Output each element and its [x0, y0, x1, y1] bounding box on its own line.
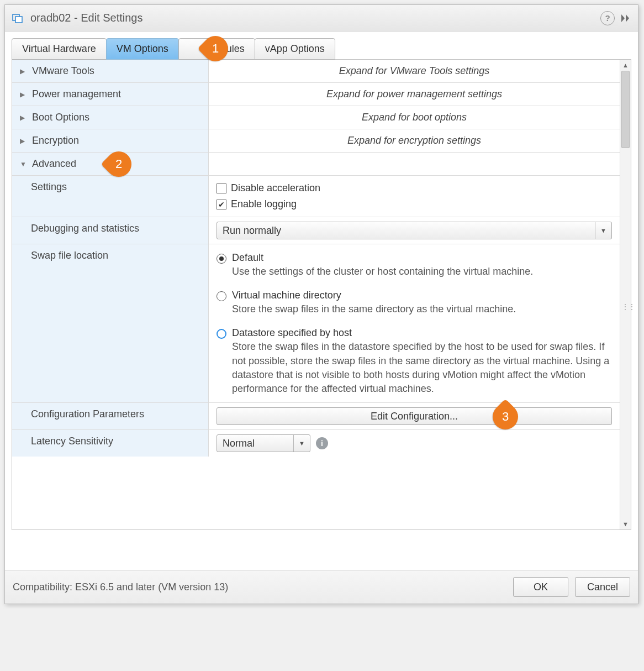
tab-vapp-options[interactable]: vApp Options	[255, 38, 335, 60]
checkbox-label: Disable acceleration	[231, 182, 320, 194]
vm-icon	[12, 12, 24, 24]
title-bar: oradb02 - Edit Settings ?	[5, 5, 638, 32]
enable-logging-checkbox[interactable]: ✔ Enable logging	[217, 196, 612, 212]
select-value: Run normally	[217, 222, 595, 239]
edit-configuration-button[interactable]: Edit Configuration...	[217, 407, 612, 425]
section-advanced[interactable]: ▼Advanced 2	[12, 153, 620, 176]
section-boot-options[interactable]: ▶Boot Options Expand for boot options	[12, 106, 620, 129]
radio-title: Default	[232, 252, 533, 264]
edit-settings-dialog: oradb02 - Edit Settings ? Virtual Hardwa…	[4, 4, 638, 604]
scroll-up-icon: ▲	[620, 61, 631, 69]
chevron-right-icon: ▶	[20, 91, 28, 98]
section-label: Boot Options	[32, 112, 89, 123]
expand-icon[interactable]	[620, 13, 631, 23]
help-button[interactable]: ?	[600, 11, 615, 25]
swap-radio-vmdir[interactable]: Virtual machine directory Store the swap…	[217, 286, 612, 324]
swap-radio-default[interactable]: Default Use the settings of the cluster …	[217, 249, 612, 286]
section-power-management[interactable]: ▶Power management Expand for power manag…	[12, 83, 620, 106]
settings-label: Settings	[12, 176, 209, 217]
latency-select[interactable]: Normal ▼	[217, 434, 310, 452]
swap-radio-host[interactable]: Datastore specified by host Store the sw…	[217, 324, 612, 398]
section-vmware-tools[interactable]: ▶VMware Tools Expand for VMware Tools se…	[12, 60, 620, 83]
select-value: Normal	[217, 435, 293, 452]
scroll-grip-icon: ⋮⋮	[622, 303, 629, 311]
dialog-body: Virtual Hardware VM Options S Rules vApp…	[5, 32, 638, 537]
compatibility-text: Compatibility: ESXi 6.5 and later (VM ve…	[13, 581, 506, 593]
section-label: VMware Tools	[32, 65, 94, 77]
dialog-title: oradb02 - Edit Settings	[30, 12, 600, 24]
section-label: Encryption	[32, 135, 79, 146]
radio-title: Virtual machine directory	[232, 290, 516, 301]
section-label: Advanced	[32, 158, 76, 170]
scroll-down-icon: ▼	[620, 520, 631, 528]
section-encryption[interactable]: ▶Encryption Expand for encryption settin…	[12, 129, 620, 153]
section-hint: Expand for encryption settings	[209, 129, 620, 152]
vertical-scrollbar[interactable]: ▲ ⋮⋮ ▼	[620, 60, 631, 530]
radio-selected-icon	[217, 254, 226, 264]
tab-virtual-hardware[interactable]: Virtual Hardware	[12, 38, 107, 60]
radio-unselected-icon	[217, 291, 226, 301]
swap-file-row: Swap file location Default Use the setti…	[12, 244, 620, 403]
debugging-select[interactable]: Run normally ▼	[217, 222, 612, 239]
latency-label: Latency Sensitivity	[12, 430, 209, 457]
chevron-right-icon: ▶	[20, 67, 28, 75]
section-hint: Expand for power management settings	[209, 83, 620, 106]
chevron-right-icon: ▶	[20, 137, 28, 145]
options-panel: ▶VMware Tools Expand for VMware Tools se…	[12, 59, 631, 530]
advanced-settings-row: Settings Disable acceleration ✔ Enable l…	[12, 176, 620, 217]
tabs-row: Virtual Hardware VM Options S Rules vApp…	[12, 38, 631, 60]
section-hint: Expand for boot options	[209, 106, 620, 129]
cancel-button[interactable]: Cancel	[575, 577, 630, 597]
chevron-down-icon: ▼	[293, 435, 310, 452]
chevron-down-icon: ▼	[20, 160, 28, 168]
section-label: Power management	[32, 88, 121, 100]
tab-vm-options[interactable]: VM Options	[106, 38, 179, 60]
disable-acceleration-checkbox[interactable]: Disable acceleration	[217, 180, 612, 196]
debugging-row: Debugging and statistics Run normally ▼	[12, 217, 620, 244]
radio-description: Store the swap files in the datastore sp…	[232, 340, 612, 396]
checkbox-unchecked-icon	[217, 184, 226, 193]
scroll-thumb[interactable]	[621, 71, 630, 148]
svg-rect-1	[15, 17, 22, 23]
checkbox-label: Enable logging	[231, 198, 297, 210]
ok-button[interactable]: OK	[513, 577, 568, 597]
config-params-label: Configuration Parameters	[12, 403, 209, 429]
checkbox-checked-icon: ✔	[217, 200, 226, 209]
chevron-right-icon: ▶	[20, 114, 28, 122]
radio-title: Datastore specified by host	[232, 327, 612, 339]
dialog-footer: Compatibility: ESXi 6.5 and later (VM ve…	[5, 570, 638, 604]
swap-label: Swap file location	[12, 244, 209, 402]
config-params-row: Configuration Parameters Edit Configurat…	[12, 403, 620, 430]
debugging-label: Debugging and statistics	[12, 217, 209, 244]
info-icon[interactable]: i	[316, 437, 328, 449]
chevron-down-icon: ▼	[595, 222, 611, 239]
section-hint: Expand for VMware Tools settings	[209, 60, 620, 82]
scroll-region: ▶VMware Tools Expand for VMware Tools se…	[12, 60, 620, 530]
latency-row: Latency Sensitivity Normal ▼ i	[12, 430, 620, 457]
radio-unselected-icon	[217, 329, 226, 339]
radio-description: Use the settings of the cluster or host …	[232, 265, 533, 279]
radio-description: Store the swap files in the same directo…	[232, 302, 516, 316]
